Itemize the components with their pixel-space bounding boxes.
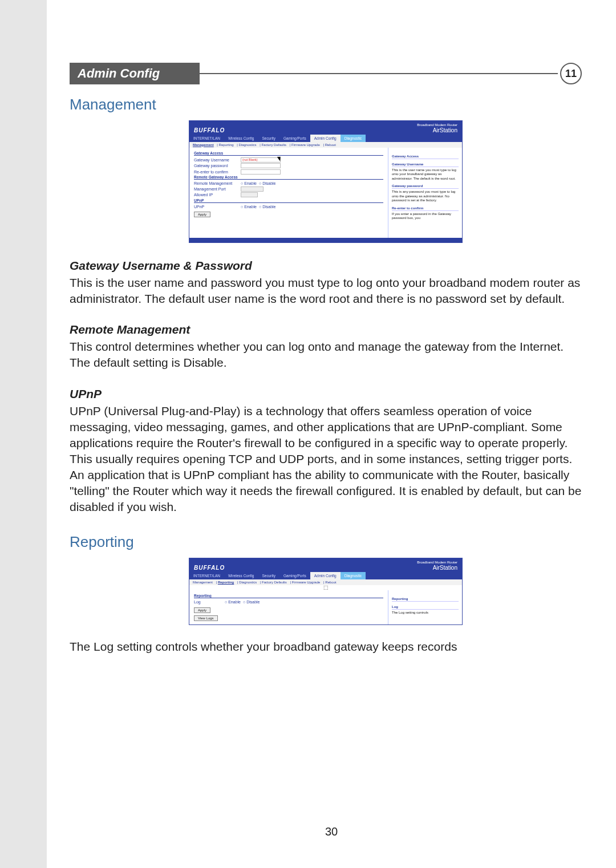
tab-wireless[interactable]: Wireless Config — [224, 135, 258, 142]
sub-remote: Remote Management — [70, 323, 582, 336]
tab-diagnostic[interactable]: Diagnostic — [341, 135, 366, 142]
input-confirm[interactable] — [241, 169, 281, 175]
help2-h-log: Log — [392, 605, 459, 610]
section-management-heading: Management — [70, 96, 582, 113]
input-allowed-ip[interactable] — [241, 192, 258, 197]
lbl-remote: Remote Management — [194, 181, 238, 185]
help-h-password: Gateway password — [392, 184, 459, 189]
tab2-gaming[interactable]: Gaming/Ports — [279, 572, 310, 579]
subtab2-management[interactable]: Management — [193, 581, 213, 584]
subtab-reporting[interactable]: Reporting — [219, 143, 234, 147]
main-tabs-2: INTERNET/LAN Wireless Config Security Ga… — [189, 572, 462, 579]
input-password[interactable] — [241, 163, 281, 168]
group-reporting: Reporting — [194, 594, 383, 598]
page-content: Admin Config 11 Management BUFFALO Broad… — [47, 0, 616, 655]
chapter-title: Admin Config — [70, 63, 200, 84]
screenshot-management: BUFFALO Broadband Modem Router AirStatio… — [189, 120, 463, 243]
help2-h-reporting: Reporting — [392, 597, 459, 602]
help-p-username: This is the user name you must type to l… — [392, 168, 459, 181]
tab2-admin-config[interactable]: Admin Config — [310, 572, 341, 579]
page-number: 30 — [47, 825, 616, 838]
group-gateway-access: Gateway Access — [194, 151, 383, 156]
help-p-password: This is any password you must type to lo… — [392, 190, 459, 203]
main-tabs: INTERNET/LAN Wireless Config Security Ga… — [189, 135, 462, 142]
lbl-upnp: UPnP — [194, 205, 238, 209]
apply-button[interactable]: Apply — [194, 212, 210, 217]
shot-header: BUFFALO Broadband Modem Router AirStatio… — [189, 121, 462, 135]
lbl-password: Gateway password — [194, 164, 238, 168]
lbl-confirm: Re-enter to confirm — [194, 170, 238, 174]
tab-security[interactable]: Security — [258, 135, 279, 142]
airstation-label: Broadband Modem Router AirStation — [417, 123, 457, 133]
subtab-diagnostics[interactable]: Diagnostics — [239, 143, 257, 147]
lbl-log: Log — [194, 600, 222, 604]
text-remote: This control determines whether you can … — [70, 339, 582, 371]
left-margin-strip — [0, 0, 47, 868]
text-gateway: This is the user name and password you m… — [70, 275, 582, 307]
chapter-rule — [200, 73, 558, 74]
lbl-port: Management Port — [194, 187, 238, 191]
subtab-management[interactable]: Management — [193, 143, 214, 147]
cursor-icon: ⬚ — [189, 585, 462, 590]
screenshot-reporting: BUFFALO Broadband Modem Router AirStatio… — [189, 558, 463, 624]
brand-logo-2: BUFFALO — [194, 565, 225, 571]
brand-logo: BUFFALO — [194, 127, 225, 133]
tab2-internet-lan[interactable]: INTERNET/LAN — [189, 572, 224, 579]
shot-main-panel: Gateway Access Gateway Username(not Blan… — [189, 148, 388, 238]
radio-log-disable[interactable]: Disable — [243, 600, 260, 604]
shot2-body: Reporting LogEnable Disable Apply View L… — [189, 590, 462, 624]
shot2-help-panel: Reporting Log The Log setting controls — [388, 590, 462, 624]
subtab2-reporting[interactable]: Reporting — [218, 581, 234, 584]
chapter-number: 11 — [560, 63, 582, 84]
help-h-username: Gateway Username — [392, 163, 459, 167]
radio-remote-disable[interactable]: Disable — [259, 181, 276, 185]
shot-footer — [189, 238, 462, 242]
lbl-allowed-ip: Allowed IP — [194, 193, 238, 197]
lbl-username: Gateway Username — [194, 158, 238, 162]
text-reporting: The Log setting controls whether your br… — [70, 639, 582, 655]
chapter-bar: Admin Config 11 — [70, 63, 582, 84]
subtab2-diagnostics[interactable]: Diagnostics — [239, 581, 257, 584]
text-upnp: UPnP (Universal Plug-and-Play) is a tech… — [70, 403, 582, 516]
section-reporting-heading: Reporting — [70, 533, 582, 551]
group-upnp: UPnP — [194, 198, 383, 203]
shot2-header: BUFFALO Broadband Modem Router AirStatio… — [189, 558, 462, 572]
subtab2-factory[interactable]: Factory Defaults — [262, 581, 287, 584]
help-p-confirm: If you enter a password in the Gateway p… — [392, 212, 459, 221]
view-logs-button[interactable]: View Logs — [194, 615, 218, 621]
group-remote-access: Remote Gateway Access — [194, 175, 383, 180]
help-h-gateway-access: Gateway Access — [392, 155, 459, 159]
shot2-main-panel: Reporting LogEnable Disable Apply View L… — [189, 590, 388, 624]
shot-help-panel: Gateway Access Gateway Username This is … — [388, 148, 462, 238]
tab2-wireless[interactable]: Wireless Config — [224, 572, 258, 579]
tab-gaming[interactable]: Gaming/Ports — [279, 135, 310, 142]
radio-upnp-enable[interactable]: Enable — [241, 205, 257, 209]
shot-body: Gateway Access Gateway Username(not Blan… — [189, 148, 462, 238]
sub-upnp: UPnP — [70, 387, 582, 401]
help2-p-log: The Log setting controls — [392, 611, 459, 615]
apply-button-2[interactable]: Apply — [194, 607, 210, 613]
tab-internet-lan[interactable]: INTERNET/LAN — [189, 135, 224, 142]
sub-tabs: Management | Reporting | Diagnostics | F… — [189, 142, 462, 148]
tab2-diagnostic[interactable]: Diagnostic — [341, 572, 366, 579]
tab2-security[interactable]: Security — [258, 572, 279, 579]
radio-remote-enable[interactable]: Enable — [241, 181, 257, 185]
subtab-factory[interactable]: Factory Defaults — [261, 143, 286, 147]
airstation-label-2: Broadband Modem Router AirStation — [417, 561, 457, 571]
sub-gateway: Gateway Username & Password — [70, 259, 582, 273]
input-username[interactable]: (not Blank) — [241, 157, 281, 163]
tab-admin-config[interactable]: Admin Config — [310, 135, 341, 142]
subtab-firmware[interactable]: Firmware Upgrade — [291, 143, 320, 147]
radio-log-enable[interactable]: Enable — [225, 600, 241, 604]
input-port[interactable] — [241, 186, 264, 192]
help-h-confirm: Re-enter to confirm — [392, 206, 459, 211]
subtab2-reboot[interactable]: Reboot — [325, 581, 336, 584]
subtab2-firmware[interactable]: Firmware Upgrade — [292, 581, 321, 584]
radio-upnp-disable[interactable]: Disable — [259, 205, 276, 209]
subtab-reboot[interactable]: Reboot — [325, 143, 336, 147]
